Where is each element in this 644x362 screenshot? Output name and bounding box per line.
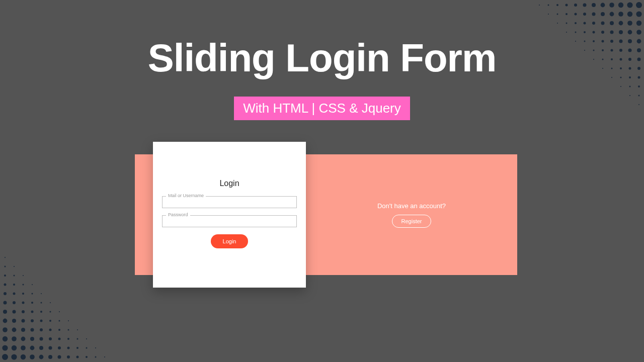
svg-point-26 [610,21,614,25]
svg-point-136 [13,301,16,304]
svg-point-38 [593,31,595,34]
svg-point-82 [39,355,44,359]
svg-point-23 [636,21,641,26]
svg-point-85 [67,355,70,358]
svg-point-140 [50,302,51,303]
svg-point-110 [86,338,87,339]
svg-point-147 [13,284,15,286]
svg-point-150 [4,275,6,277]
svg-point-103 [21,337,26,341]
password-label: Password [166,212,190,217]
subtitle-wrap: With HTML | CSS & Jquery [0,97,644,120]
svg-point-17 [592,13,596,16]
svg-point-120 [3,319,8,323]
svg-point-154 [14,266,15,267]
svg-point-40 [575,32,577,33]
svg-point-27 [601,22,605,25]
svg-point-119 [77,329,78,330]
username-label: Mail or Username [166,193,206,198]
svg-point-133 [50,311,51,313]
svg-point-151 [14,275,15,277]
login-card: Login Mail or Username Password Login [153,142,306,288]
svg-point-9 [556,4,558,6]
svg-point-123 [31,319,34,322]
svg-point-33 [636,30,641,35]
svg-point-29 [584,22,586,25]
svg-point-41 [566,32,567,33]
svg-point-19 [575,13,577,16]
register-button[interactable]: Register [392,215,432,228]
svg-point-78 [2,354,8,360]
svg-point-91 [12,345,17,350]
svg-point-6 [583,4,587,7]
svg-point-125 [49,320,51,322]
svg-point-31 [566,23,568,24]
svg-point-22 [548,14,549,15]
svg-point-8 [566,4,568,7]
svg-point-90 [2,345,8,350]
svg-point-127 [68,320,69,321]
svg-point-15 [610,12,614,17]
svg-point-100 [95,347,96,348]
svg-point-14 [618,12,623,17]
svg-point-134 [59,311,60,312]
svg-point-74 [620,86,621,87]
svg-point-86 [76,356,79,358]
svg-point-4 [601,3,605,8]
svg-point-139 [41,302,42,304]
login-button[interactable]: Login [211,234,249,248]
svg-point-76 [629,95,630,96]
svg-point-98 [76,347,78,349]
svg-point-93 [30,346,35,350]
svg-point-116 [49,329,52,331]
svg-point-35 [619,30,623,34]
svg-point-124 [40,320,43,322]
svg-point-115 [40,328,43,331]
svg-point-21 [557,14,558,15]
svg-point-105 [40,337,43,341]
svg-point-2 [618,3,623,8]
svg-point-132 [40,311,42,313]
svg-point-13 [627,12,632,17]
svg-point-11 [539,5,540,6]
svg-point-148 [23,284,24,286]
register-prompt-text: Don't have an account? [377,202,446,210]
username-field-wrap: Mail or Username [162,196,297,208]
svg-point-1 [627,2,632,8]
svg-point-97 [67,347,70,349]
svg-point-7 [574,4,577,7]
svg-point-153 [5,266,6,267]
svg-point-112 [12,328,17,332]
svg-point-18 [583,13,586,16]
svg-point-0 [636,2,642,8]
svg-point-135 [4,301,7,305]
login-card-title: Login [162,179,297,188]
svg-point-113 [21,328,25,332]
svg-point-155 [5,257,6,258]
svg-point-81 [30,354,35,359]
svg-point-84 [58,355,61,359]
svg-point-3 [609,3,614,8]
svg-point-94 [39,346,43,350]
svg-point-32 [557,23,558,24]
svg-point-24 [627,21,632,26]
svg-point-83 [48,355,52,359]
svg-point-130 [22,310,25,313]
svg-point-106 [49,337,52,340]
svg-point-5 [592,3,596,7]
svg-point-109 [77,338,78,340]
page-title: Sliding Login Form [0,35,644,81]
svg-point-96 [58,346,61,349]
svg-point-20 [566,13,568,15]
svg-point-145 [41,293,42,294]
svg-point-25 [619,21,623,26]
svg-point-128 [3,310,7,314]
page-subtitle: With HTML | CSS & Jquery [234,97,410,120]
svg-point-107 [58,338,61,340]
svg-point-111 [3,327,8,332]
svg-point-121 [12,319,16,323]
password-field-wrap: Password [162,215,297,227]
svg-point-89 [104,356,105,357]
svg-point-30 [575,22,577,24]
halftone-bottom-left [0,241,131,362]
